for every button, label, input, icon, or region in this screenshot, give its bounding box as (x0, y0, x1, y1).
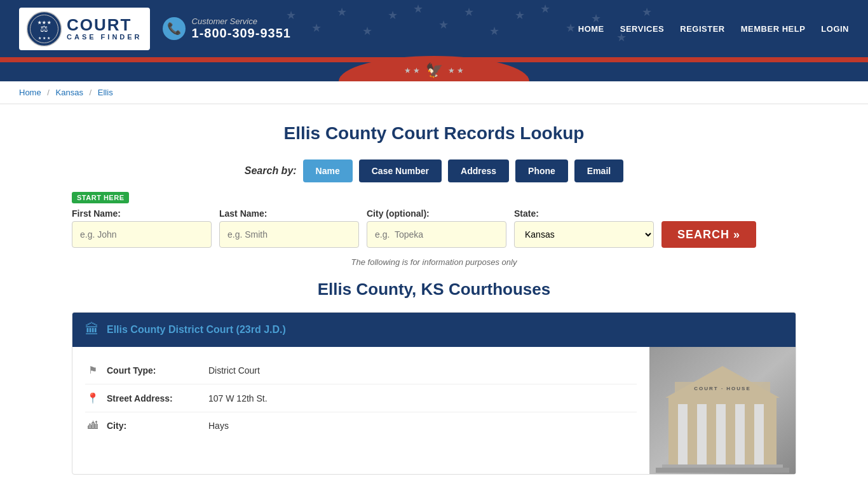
start-here-badge: START HERE (72, 192, 129, 203)
search-tab-address[interactable]: Address (448, 159, 509, 182)
svg-text:★: ★ (362, 25, 372, 37)
first-name-label: First Name: (72, 208, 212, 219)
search-tab-phone[interactable]: Phone (515, 159, 568, 182)
nav-services[interactable]: SERVICES (620, 24, 665, 34)
header-left: ★ ★ ★ ⚖ ★ ★ ★ COURT CASE FINDER 📞 Custom… (19, 8, 291, 50)
page-title: Ellis County Court Records Lookup (72, 123, 796, 144)
breadcrumb-sep-1: / (47, 88, 50, 97)
phone-icon: 📞 (163, 17, 186, 40)
svg-rect-27 (754, 404, 764, 468)
search-form: First Name: Last Name: City (optional): … (72, 208, 796, 248)
court-type-icon: ⚑ (85, 364, 100, 376)
stars-right: ★ ★ (448, 66, 464, 75)
city-input[interactable] (367, 221, 506, 248)
courthouse-building-icon: 🏛 (85, 322, 99, 338)
breadcrumb-kansas[interactable]: Kansas (56, 88, 83, 97)
first-name-group: First Name: (72, 208, 212, 248)
search-tab-email[interactable]: Email (574, 159, 623, 182)
courthouse-photo-svg: COURT · HOUSE (649, 347, 796, 474)
city-icon: 🏙 (85, 420, 100, 431)
courthouse-image: COURT · HOUSE (649, 347, 796, 474)
svg-text:★ ★ ★: ★ ★ ★ (38, 36, 50, 40)
state-select[interactable]: Kansas (514, 221, 654, 248)
svg-rect-32 (656, 468, 789, 473)
ribbon-arch: ★ ★ 🦅 ★ ★ (0, 62, 868, 81)
last-name-label: Last Name: (219, 208, 359, 219)
nav-member-help[interactable]: MEMBER HELP (741, 24, 806, 34)
svg-text:⚖: ⚖ (40, 24, 48, 34)
search-by-row: Search by: Name Case Number Address Phon… (72, 159, 796, 182)
street-icon: 📍 (85, 392, 100, 404)
city-group: City (optional): (367, 208, 506, 248)
court-type-label: Court Type: (107, 365, 202, 376)
courthouse-card: 🏛 Ellis County District Court (23rd J.D.… (72, 312, 796, 475)
svg-text:★: ★ (591, 12, 601, 25)
search-form-container: START HERE First Name: Last Name: City (… (72, 192, 796, 248)
svg-text:★: ★ (464, 6, 474, 18)
courthouses-title: Ellis County, KS Courthouses (72, 280, 796, 299)
svg-text:★: ★ (388, 9, 398, 22)
court-type-value: District Court (208, 365, 260, 376)
svg-rect-23 (678, 404, 688, 468)
info-notice: The following is for information purpose… (72, 257, 796, 267)
city-label: City (optional): (367, 208, 506, 219)
detail-row-street: 📍 Street Address: 107 W 12th St. (85, 384, 637, 412)
svg-text:★: ★ (489, 25, 499, 37)
breadcrumb: Home / Kansas / Ellis (0, 81, 868, 104)
courthouse-name-link[interactable]: Ellis County District Court (23rd J.D.) (107, 324, 286, 336)
svg-text:★: ★ (413, 3, 423, 15)
customer-service: 📞 Customer Service 1-800-309-9351 (163, 17, 291, 41)
state-group: State: Kansas (514, 208, 654, 248)
detail-row-city: 🏙 City: Hays (85, 412, 637, 439)
svg-text:★: ★ (566, 22, 576, 34)
courthouse-image-bg: COURT · HOUSE (649, 347, 796, 474)
logo-emblem-icon: ★ ★ ★ ⚖ ★ ★ ★ (27, 11, 62, 46)
svg-rect-24 (697, 404, 707, 468)
eagle-icon: 🦅 (426, 62, 443, 79)
search-tab-name[interactable]: Name (303, 159, 353, 182)
svg-text:★: ★ (540, 3, 550, 15)
courthouse-header: 🏛 Ellis County District Court (23rd J.D.… (72, 313, 796, 347)
svg-text:★: ★ (438, 18, 449, 31)
logo-court-label: COURT (67, 17, 132, 33)
svg-text:★: ★ (311, 22, 322, 34)
state-label: State: (514, 208, 654, 219)
city-detail-label: City: (107, 421, 202, 431)
last-name-group: Last Name: (219, 208, 359, 248)
first-name-input[interactable] (72, 221, 212, 248)
svg-text:★: ★ (642, 6, 652, 18)
svg-text:COURT · HOUSE: COURT · HOUSE (694, 386, 751, 391)
courthouse-body: ⚑ Court Type: District Court 📍 Street Ad… (72, 347, 796, 474)
site-header: ★★ ★★ ★★ ★★ ★★ ★★ ★★ ★ ★ ★ ★ ⚖ ★ ★ ★ COU… (0, 0, 868, 57)
city-detail-value: Hays (208, 421, 229, 431)
courthouse-details: ⚑ Court Type: District Court 📍 Street Ad… (72, 347, 649, 474)
detail-row-court-type: ⚑ Court Type: District Court (85, 356, 637, 384)
logo-text: COURT CASE FINDER (67, 17, 142, 41)
street-label: Street Address: (107, 393, 202, 403)
svg-text:★: ★ (337, 6, 347, 18)
nav-home[interactable]: HOME (578, 24, 604, 34)
main-content: Ellis County Court Records Lookup Search… (53, 104, 815, 488)
svg-text:★: ★ (515, 9, 525, 22)
main-nav: HOME SERVICES REGISTER MEMBER HELP LOGIN (578, 24, 849, 34)
breadcrumb-home[interactable]: Home (19, 88, 41, 97)
street-value: 107 W 12th St. (208, 393, 268, 403)
search-tab-case-number[interactable]: Case Number (359, 159, 442, 182)
customer-service-label: Customer Service (192, 17, 291, 26)
customer-service-phone: 1-800-309-9351 (192, 26, 291, 41)
logo[interactable]: ★ ★ ★ ⚖ ★ ★ ★ COURT CASE FINDER (19, 8, 150, 50)
search-submit-button[interactable]: SEARCH » (661, 221, 756, 248)
last-name-input[interactable] (219, 221, 359, 248)
nav-login[interactable]: LOGIN (821, 24, 849, 34)
customer-service-text: Customer Service 1-800-309-9351 (192, 17, 291, 41)
logo-case-finder-label: CASE FINDER (67, 33, 142, 41)
svg-rect-26 (735, 404, 745, 468)
svg-rect-25 (716, 404, 726, 468)
breadcrumb-ellis[interactable]: Ellis (98, 88, 113, 97)
stars-left: ★ ★ (404, 66, 420, 75)
nav-register[interactable]: REGISTER (680, 24, 724, 34)
eagle-emblem: ★ ★ 🦅 ★ ★ (404, 62, 464, 81)
search-by-label: Search by: (245, 165, 297, 177)
breadcrumb-sep-2: / (90, 88, 92, 97)
